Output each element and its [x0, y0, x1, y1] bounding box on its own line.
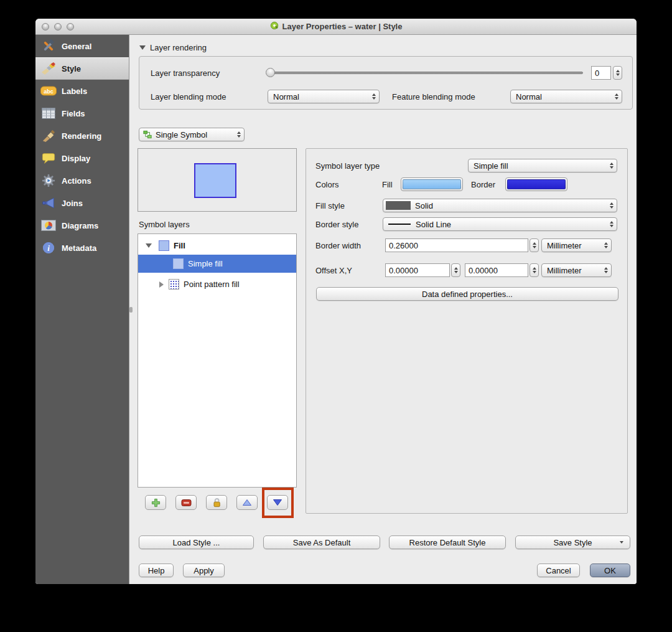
symbol-layer-type-select[interactable]: Simple fill [468, 159, 617, 172]
sidebar-item-rendering[interactable]: Rendering [35, 125, 129, 147]
sidebar-item-label: Joins [62, 199, 83, 208]
offset-x-value: 0.00000 [389, 266, 418, 275]
offset-y-stepper[interactable] [530, 263, 539, 277]
dropdown-arrow-icon [620, 541, 623, 544]
symbol-preview [138, 148, 297, 212]
sidebar-item-display[interactable]: Display [35, 147, 129, 169]
plus-icon [151, 498, 161, 507]
border-color-label: Border [471, 180, 495, 189]
move-up-button[interactable] [236, 495, 258, 510]
border-width-label: Border width [315, 241, 361, 250]
lock-color-button[interactable] [206, 495, 227, 510]
joins-icon [40, 196, 57, 210]
sidebar: General Style abc Labels Fields Renderin… [35, 35, 129, 584]
sidebar-item-diagrams[interactable]: Diagrams [35, 214, 129, 237]
close-window-button[interactable] [42, 23, 49, 31]
offset-unit-select[interactable]: Millimeter [541, 263, 612, 277]
symbol-layers-label: Symbol layers [139, 220, 190, 229]
tree-item-point-pattern-fill[interactable]: Point pattern fill [138, 275, 296, 293]
border-style-label: Border style [315, 220, 358, 229]
sidebar-item-fields[interactable]: Fields [35, 102, 129, 125]
border-color-swatch [507, 179, 566, 189]
tree-item-label: Fill [174, 241, 185, 250]
sidebar-item-label: Labels [62, 87, 87, 96]
offset-x-field[interactable]: 0.00000 [385, 263, 450, 277]
symbol-layers-tree: Fill Simple fill Point pattern fill [138, 233, 297, 488]
title-bar: Layer Properties – water | Style [35, 19, 637, 35]
transparency-slider-handle[interactable] [266, 68, 275, 77]
border-style-value: Solid Line [416, 220, 451, 229]
transparency-slider-track[interactable] [268, 72, 583, 74]
layer-blending-select[interactable]: Normal [268, 90, 380, 103]
sidebar-item-label: Metadata [62, 243, 96, 253]
symbol-layer-properties-panel: Symbol layer type Simple fill Colors Fil… [306, 148, 628, 514]
sidebar-item-label: Display [62, 154, 90, 163]
transparency-value-field[interactable]: 0 [591, 66, 611, 80]
border-width-stepper[interactable] [530, 238, 539, 252]
tree-item-simple-fill[interactable]: Simple fill [138, 255, 296, 273]
border-width-field[interactable]: 0.26000 [385, 238, 528, 252]
zoom-window-button[interactable] [67, 23, 74, 31]
expand-triangle-icon[interactable] [146, 243, 152, 248]
feature-blending-label: Feature blending mode [392, 92, 475, 101]
sidebar-item-actions[interactable]: Actions [35, 169, 129, 192]
stepper-up-icon [616, 70, 620, 72]
stepper-down-icon [616, 73, 620, 76]
single-symbol-icon [143, 130, 152, 139]
cancel-button[interactable]: Cancel [537, 564, 580, 577]
minimize-window-button[interactable] [54, 23, 62, 31]
symbol-layer-type-value: Simple fill [474, 161, 508, 171]
layer-rendering-group: Layer transparency 0 Layer blending mode… [139, 56, 633, 110]
splitter-handle[interactable] [129, 307, 133, 313]
combo-arrows-icon [610, 218, 614, 230]
svg-text:i: i [47, 243, 50, 253]
apply-label: Apply [194, 566, 214, 575]
layer-rendering-collapse[interactable]: Layer rendering [139, 43, 207, 52]
ok-button[interactable]: OK [590, 564, 630, 577]
fill-color-label: Fill [382, 180, 393, 189]
transparency-value: 0 [595, 68, 599, 78]
feature-blending-value: Normal [516, 92, 542, 101]
load-style-label: Load Style ... [173, 538, 220, 547]
load-style-button[interactable]: Load Style ... [139, 535, 254, 549]
style-icon [40, 61, 57, 76]
tree-item-fill[interactable]: Fill [138, 237, 296, 255]
help-button[interactable]: Help [139, 564, 174, 577]
fill-style-select[interactable]: Solid [383, 199, 617, 212]
border-color-button[interactable] [505, 177, 567, 191]
combo-arrows-icon [615, 90, 618, 103]
combo-arrows-icon [604, 239, 608, 252]
qgis-icon [270, 21, 279, 32]
sidebar-item-labels[interactable]: abc Labels [35, 80, 129, 102]
simple-fill-swatch-icon [173, 258, 184, 269]
offset-y-field[interactable]: 0.00000 [465, 263, 528, 277]
diagrams-icon [40, 218, 57, 233]
minus-icon [181, 499, 192, 507]
border-width-unit-select[interactable]: Millimeter [541, 238, 612, 252]
fill-color-button[interactable] [401, 177, 463, 191]
apply-button[interactable]: Apply [183, 564, 225, 577]
offset-x-stepper[interactable] [451, 263, 460, 277]
help-label: Help [148, 566, 165, 575]
add-symbol-layer-button[interactable] [145, 495, 166, 510]
border-style-select[interactable]: Solid Line [383, 217, 617, 231]
feature-blending-select[interactable]: Normal [510, 90, 622, 103]
restore-default-style-button[interactable]: Restore Default Style [389, 535, 506, 549]
border-width-unit: Millimeter [547, 241, 582, 250]
sidebar-item-style[interactable]: Style [35, 57, 129, 80]
collapsed-triangle-icon[interactable] [159, 281, 164, 288]
layer-blending-value: Normal [273, 92, 299, 101]
save-style-label: Save Style [553, 538, 592, 547]
renderer-select[interactable]: Single Symbol [139, 128, 245, 141]
transparency-stepper[interactable] [613, 66, 622, 80]
sidebar-item-general[interactable]: General [35, 35, 129, 57]
display-icon [40, 151, 57, 166]
sidebar-item-metadata[interactable]: i Metadata [35, 237, 129, 259]
layer-properties-window: Layer Properties – water | Style General… [35, 19, 637, 584]
data-defined-properties-button[interactable]: Data defined properties... [316, 287, 618, 301]
symbol-layer-type-label: Symbol layer type [315, 161, 380, 171]
save-as-default-button[interactable]: Save As Default [263, 535, 380, 549]
save-style-button[interactable]: Save Style [515, 535, 630, 549]
sidebar-item-joins[interactable]: Joins [35, 192, 129, 214]
remove-symbol-layer-button[interactable] [175, 495, 197, 510]
